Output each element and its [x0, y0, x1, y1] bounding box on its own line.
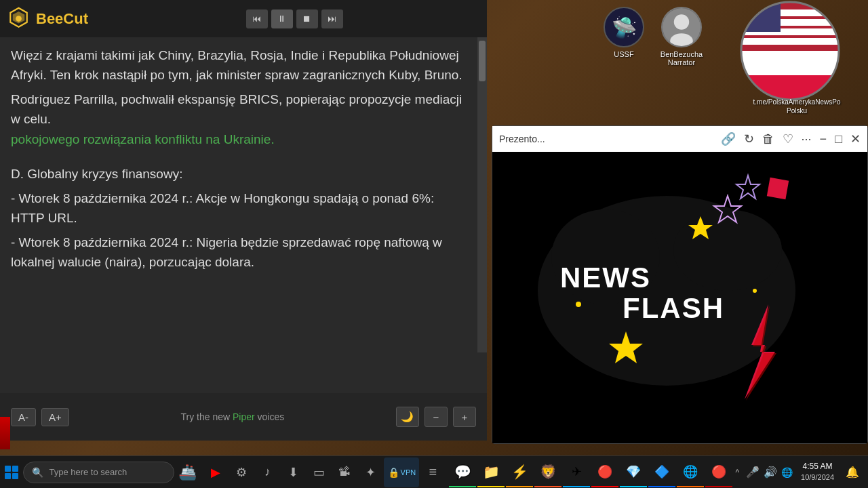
paragraph-2-highlight: pokojowego rozwiązania konfliktu na Ukra… — [11, 132, 275, 146]
moon-button[interactable]: 🌙 — [396, 407, 419, 427]
right-panel: Prezento... 🔗 ↻ 🗑 ♡ ··· − □ ✕ — [492, 125, 868, 444]
tb-icon-music[interactable]: ♪ — [255, 458, 279, 487]
app-folder[interactable]: 📁 — [477, 458, 505, 487]
tray-network-icon[interactable]: 🌐 — [781, 467, 793, 478]
svg-rect-21 — [766, 178, 788, 199]
right-controls: 🌙 − + — [396, 407, 476, 427]
delete-icon[interactable]: 🗑 — [762, 132, 774, 146]
search-icon: 🔍 — [32, 467, 43, 478]
windows-logo-icon — [5, 466, 18, 479]
close-icon[interactable]: ✕ — [850, 131, 861, 146]
scrollbar-track[interactable] — [477, 37, 487, 352]
app-10[interactable]: 🔴 — [705, 458, 732, 487]
vpn-icon: 🔒 — [388, 467, 399, 478]
more-icon[interactable]: ··· — [802, 132, 812, 146]
paragraph-4: - Wtorek 8 października 2024 r.: Akcje w… — [11, 188, 462, 228]
paragraph-1: Więzi z krajami takimi jak Chiny, Brazyl… — [11, 45, 462, 85]
left-edge-bar — [0, 417, 10, 449]
news-flash-area: NEWS FLASH — [492, 152, 867, 443]
app-6[interactable]: 🔴 — [591, 458, 618, 487]
app-7[interactable]: 💎 — [620, 458, 647, 487]
font-controls: A- A+ — [11, 408, 69, 426]
person-icon — [663, 7, 701, 47]
taskbar-quick-icons: ▶ ⚙ ♪ ⬇ ▭ 📽 ✦ 🔒VPN ≡ — [203, 458, 445, 487]
maximize-icon[interactable]: □ — [835, 132, 842, 146]
benbezucha-label: BenBezuchaNarrator — [660, 50, 703, 66]
tb-icon-tablet[interactable]: ▭ — [307, 458, 331, 487]
plus-button[interactable]: + — [453, 407, 476, 427]
win-pane-tr — [12, 466, 18, 472]
rewind-button[interactable]: ⏮ — [246, 9, 268, 28]
clock-time: 4:55 AM — [801, 461, 834, 472]
tb-icon-movie[interactable]: 📽 — [332, 458, 357, 487]
news-flash-svg: NEWS FLASH — [511, 155, 850, 440]
tb-vpn[interactable]: 🔒VPN — [384, 458, 419, 487]
tb-icon-youtube[interactable]: ▶ — [203, 458, 228, 487]
app-9[interactable]: 🌐 — [677, 458, 704, 487]
start-button[interactable] — [0, 456, 23, 489]
share-icon[interactable]: 🔗 — [721, 131, 736, 146]
svg-point-29 — [753, 289, 757, 293]
bottom-bar: A- A+ Try the new Piper voices 🌙 − + — [0, 393, 487, 441]
system-tray: ^ 🎤 🔊 🌐 4:55 AM 10/9/2024 🔔 — [732, 458, 868, 487]
ussf-icon-img: 🛸 — [604, 7, 644, 47]
search-bar[interactable]: 🔍 Type here to search — [23, 462, 174, 483]
svg-rect-13 — [741, 51, 839, 75]
beecut-logo-icon — [7, 7, 31, 30]
panel-title: Prezento... — [499, 134, 545, 144]
beecut-logo-text: BeeCut — [36, 10, 88, 28]
app-brave[interactable]: 🦁 — [534, 458, 561, 487]
pause-button[interactable]: ⏸ — [271, 9, 293, 28]
app-8[interactable]: 🔷 — [648, 458, 675, 487]
stop-button[interactable]: ⏹ — [296, 9, 318, 28]
win-pane-bl — [5, 473, 11, 479]
vpn-label: VPN — [401, 468, 416, 476]
win-pane-br — [12, 473, 18, 479]
benbezucha-icon-img — [661, 7, 702, 47]
taskbar-viking-icon[interactable]: 🚢 — [177, 458, 199, 487]
tray-expand-button[interactable]: ^ — [732, 466, 742, 479]
svg-point-28 — [576, 302, 581, 307]
text-area: Więzi z krajami takimi jak Chiny, Brazyl… — [0, 37, 487, 393]
desktop-icon-benbezucha[interactable]: BenBezuchaNarrator — [654, 7, 709, 66]
app-whatsapp[interactable]: 💬 — [449, 458, 476, 487]
desktop-icon-ussf[interactable]: 🛸 USSF — [597, 7, 651, 58]
forward-button[interactable]: ⏭ — [321, 9, 343, 28]
svg-point-18 — [673, 209, 782, 291]
tray-speaker-icon[interactable]: 🔊 — [764, 466, 777, 479]
minimize-icon[interactable]: − — [820, 132, 827, 146]
refresh-icon[interactable]: ↻ — [744, 131, 754, 146]
clock-date: 10/9/2024 — [801, 472, 834, 483]
flag-icon — [732, 0, 848, 108]
heart-icon[interactable]: ♡ — [783, 131, 793, 146]
svg-point-2 — [16, 16, 22, 22]
piper-link[interactable]: Piper — [233, 411, 255, 422]
beecut-window: BeeCut ⏮ ⏸ ⏹ ⏭ Więzi z krajami takimi ja… — [0, 0, 487, 441]
tb-menu[interactable]: ≡ — [420, 458, 445, 487]
paragraph-5: - Wtorek 8 października 2024 r.: Nigeria… — [11, 232, 462, 272]
app-telegram[interactable]: ✈ — [563, 458, 590, 487]
notification-button[interactable]: 🔔 — [842, 458, 863, 487]
app-pika[interactable]: ⚡ — [506, 458, 533, 487]
taskbar: 🔍 Type here to search 🚢 ▶ ⚙ ♪ ⬇ ▭ 📽 ✦ 🔒V… — [0, 455, 868, 488]
tb-icon-settings[interactable]: ⚙ — [229, 458, 254, 487]
minus-button[interactable]: − — [425, 407, 448, 427]
font-increase-button[interactable]: A+ — [41, 408, 69, 426]
clock[interactable]: 4:55 AM 10/9/2024 — [797, 461, 838, 483]
text-content: Więzi z krajami takimi jak Chiny, Brazyl… — [11, 45, 476, 272]
flag-desktop-icon[interactable]: t.me/PolskaAmerykaNewsPoPolsku — [732, 0, 861, 108]
tb-icon-download[interactable]: ⬇ — [281, 458, 305, 487]
flag-label: t.me/PolskaAmerykaNewsPoPolsku — [732, 98, 861, 115]
svg-marker-20 — [736, 176, 760, 199]
try-text: Try the new — [180, 411, 233, 422]
svg-text:FLASH: FLASH — [623, 292, 724, 324]
tray-mic-icon: 🎤 — [746, 466, 760, 479]
tb-icon-star[interactable]: ✦ — [358, 458, 382, 487]
paragraph-2-text: Rodríguez Parrilla, pochwalił ekspansję … — [11, 92, 462, 126]
scrollbar-thumb[interactable] — [479, 41, 486, 81]
svg-rect-11 — [741, 38, 839, 45]
voices-text: voices — [255, 411, 285, 422]
font-decrease-button[interactable]: A- — [11, 408, 36, 426]
beecut-logo: BeeCut — [7, 7, 88, 30]
ussf-label: USSF — [614, 50, 633, 58]
